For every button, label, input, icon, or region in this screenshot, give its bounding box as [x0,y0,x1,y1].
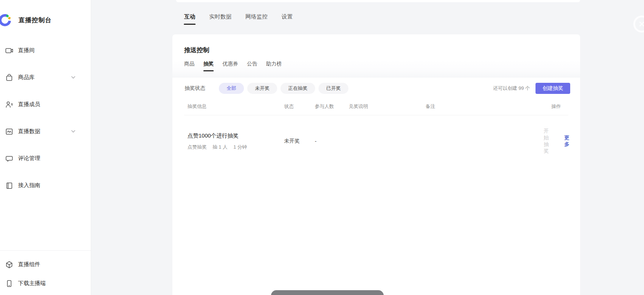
chevron-down-icon [71,76,75,79]
subtab-coupons[interactable]: 优惠券 [223,61,238,71]
pill-drawing[interactable]: 正在抽奖 [280,83,315,94]
start-lottery-link[interactable]: 开始抽奖 [544,128,549,155]
lottery-title: 点赞1000个进行抽奖 [187,132,284,139]
sidebar-item-label: 直播数据 [18,128,40,135]
sidebar-item-label: 下载主播端 [18,280,46,287]
column-header: 操作 [544,103,568,110]
status-cell: 未开奖 [284,138,315,145]
status-filter-pills: 全部 未开奖 正在抽奖 已开奖 [219,83,348,94]
sidebar-bottom-menu: 直播组件 下载主播端 [0,255,91,293]
subtab-boost-ranking[interactable]: 助力榜 [266,61,282,71]
column-header: 兑奖说明 [349,103,426,110]
members-icon [5,101,13,109]
pill-drawn[interactable]: 已开奖 [318,83,348,94]
quota-remaining-text: 还可以创建 99 个 [493,85,530,92]
sidebar-item-download-streamer-app[interactable]: 下载主播端 [0,274,91,293]
sidebar-item-access-guide[interactable]: 接入指南 [0,172,91,199]
sidebar-item-live-data[interactable]: 直播数据 [0,118,91,145]
main-content: 互动 实时数据 网络监控 设置 推送控制 商品 抽奖 优惠券 公告 助力榜 抽奖… [91,0,644,295]
scrolled-card-edge [176,0,580,2]
cube-icon [5,261,13,269]
sidebar-item-live-room[interactable]: 直播间 [0,37,91,64]
lottery-info-cell: 点赞1000个进行抽奖 点赞抽奖 抽 1 人 1 分钟 [187,132,284,150]
lottery-filter-row: 抽奖状态 全部 未开奖 正在抽奖 已开奖 还可以创建 99 个 创建抽奖 [172,83,580,94]
actions-cell: 开始抽奖 更多 [544,128,577,155]
filter-label: 抽奖状态 [185,85,205,92]
column-header: 备注 [426,103,544,110]
sidebar-item-label: 直播成员 [18,101,40,108]
pill-not-drawn[interactable]: 未开奖 [247,83,277,94]
push-control-panel: 推送控制 商品 抽奖 优惠券 公告 助力榜 抽奖状态 全部 未开奖 正在抽奖 已… [172,34,580,295]
pill-all[interactable]: 全部 [219,83,244,94]
bottom-toast-bar[interactable] [271,290,384,295]
comment-icon [5,155,13,163]
sidebar-item-live-components[interactable]: 直播组件 [0,255,91,274]
sidebar-item-comment-management[interactable]: 评论管理 [0,145,91,172]
sidebar-item-live-members[interactable]: 直播成员 [0,91,91,118]
guide-book-icon [5,182,13,190]
column-header: 状态 [284,103,315,110]
chevron-down-icon [71,130,75,133]
lottery-meta: 点赞抽奖 抽 1 人 1 分钟 [187,144,284,150]
sidebar: 直播控制台 直播间 商品库 [0,0,91,295]
sidebar-item-label: 商品库 [18,74,35,81]
sidebar-menu: 直播间 商品库 直播成员 直播数据 [0,37,91,199]
more-link[interactable]: 更多 [564,135,569,148]
sidebar-item-label: 评论管理 [18,155,40,162]
sidebar-item-label: 接入指南 [18,182,40,189]
shopping-bag-icon [5,74,13,82]
sidebar-item-label: 直播组件 [18,261,40,268]
create-lottery-button[interactable]: 创建抽奖 [535,83,570,94]
phone-icon [5,279,13,288]
tab-interaction[interactable]: 互动 [184,13,195,25]
lottery-table: 抽奖信息 状态 参与人数 兑奖说明 备注 操作 点赞1000个进行抽奖 点赞抽奖… [184,103,568,166]
sidebar-item-product-library[interactable]: 商品库 [0,64,91,91]
column-header: 抽奖信息 [187,103,284,110]
app-logo: 直播控制台 [0,0,91,28]
participants-cell: - [315,138,349,144]
floating-close-button[interactable] [633,16,644,33]
subtab-lottery[interactable]: 抽奖 [203,61,214,71]
main-tab-bar: 互动 实时数据 网络监控 设置 [184,13,293,25]
column-header: 参与人数 [315,103,349,110]
app-root: 直播控制台 直播间 商品库 [0,0,644,295]
subtab-products[interactable]: 商品 [184,61,194,71]
subtab-announcement[interactable]: 公告 [247,61,257,71]
table-row: 点赞1000个进行抽奖 点赞抽奖 抽 1 人 1 分钟 未开奖 - 开始抽奖 更… [184,115,568,166]
app-logo-icon [0,12,14,28]
tab-realtime-data[interactable]: 实时数据 [209,13,231,25]
lottery-winner-count: 抽 1 人 [213,144,227,150]
sidebar-item-label: 直播间 [18,47,35,54]
close-icon [638,21,644,27]
lottery-duration: 1 分钟 [233,144,247,150]
table-header-row: 抽奖信息 状态 参与人数 兑奖说明 备注 操作 [184,103,568,115]
tab-network-monitor[interactable]: 网络监控 [245,13,268,25]
lottery-type: 点赞抽奖 [187,144,207,150]
panel-title: 推送控制 [172,34,580,54]
tab-settings[interactable]: 设置 [282,13,293,25]
video-camera-icon [5,47,13,55]
sidebar-divider [0,250,91,251]
push-control-subtabs: 商品 抽奖 优惠券 公告 助力榜 [172,60,580,78]
app-title: 直播控制台 [18,16,52,24]
data-chart-icon [5,128,13,136]
